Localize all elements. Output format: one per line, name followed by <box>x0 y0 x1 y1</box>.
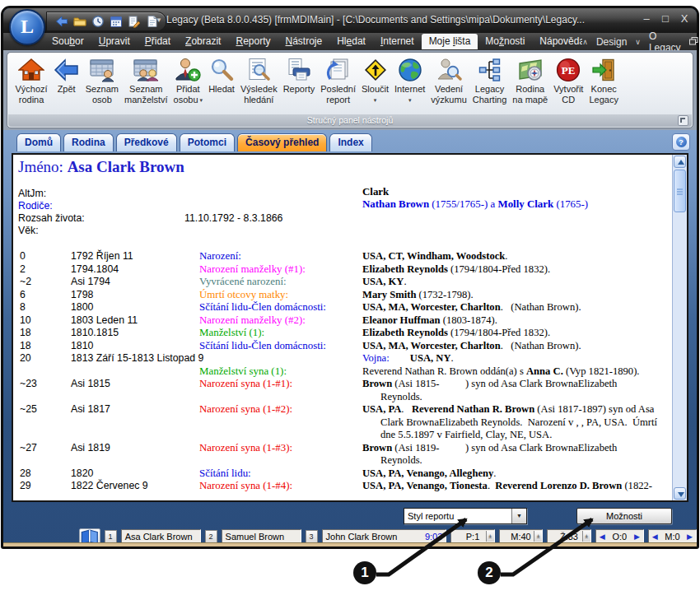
legacy-charting-button[interactable]: LegacyCharting <box>469 55 510 105</box>
maximize-button[interactable]: □ <box>660 12 671 25</box>
menu-item-internet[interactable]: Internet <box>373 34 422 49</box>
tab-predkove[interactable]: Předkové <box>116 133 177 151</box>
scroll-down-button[interactable] <box>674 487 686 500</box>
toolbar-button-label: hledání <box>244 95 273 105</box>
exit-legacy-button[interactable]: KonecLegacy <box>586 55 621 105</box>
minimize-button[interactable]: – <box>641 12 652 25</box>
menu-item-zobrazit[interactable]: Zobrazit <box>178 34 228 49</box>
research-icon[interactable] <box>128 15 141 28</box>
research-guidance-button[interactable]: Vedenívýzkumu <box>428 55 469 105</box>
row-details: USA, PA. Reverend Nathan R. Brown (Asi 1… <box>362 403 672 442</box>
reports-button[interactable]: Reporty <box>280 55 318 95</box>
tab-rodina[interactable]: Rodina <box>63 133 114 151</box>
menu-items: SouborUpravitPřidatZobrazitReportyNástro… <box>44 34 582 49</box>
menu-item-moznosti[interactable]: Možnosti <box>478 34 532 49</box>
person-slot-name: Samuel Brown <box>226 531 285 543</box>
marriage-list-button[interactable]: Seznammanželství <box>122 55 171 105</box>
search-icon <box>208 56 235 84</box>
family-map-button[interactable]: Rodinana mapě <box>510 55 551 105</box>
search-button[interactable]: Hledat <box>206 55 238 95</box>
options-button[interactable]: Možnosti <box>576 508 672 524</box>
restore-window-icon[interactable] <box>689 36 698 48</box>
menu-item-moje-lista[interactable]: Moje lišta <box>422 34 478 49</box>
calendar-icon[interactable] <box>110 15 123 28</box>
chevron-down-icon[interactable]: ∨ <box>635 38 641 46</box>
reports-icon <box>286 56 312 84</box>
marriage-list-icon <box>133 56 159 84</box>
last-report-button[interactable]: Posledníreport <box>318 55 359 105</box>
create-cd-button[interactable]: PEVytvořitCD <box>551 55 586 105</box>
menu-item-upravit[interactable]: Upravit <box>91 34 138 49</box>
timeline-rows: 01792 Říjen 11Narození:USA, CT, Windham,… <box>13 250 672 493</box>
back-button[interactable]: Zpět <box>50 55 82 95</box>
toolbar-button-label: Přidat <box>176 84 200 95</box>
nav-left-icon[interactable]: ◀ <box>652 531 658 543</box>
scrollbar-thumb[interactable] <box>674 170 686 212</box>
charting-icon <box>477 56 503 84</box>
timeline-row: 101803 Leden 11Narození manželky (#2):El… <box>13 314 672 328</box>
timeline-row: 281820Sčítání lidu:USA, PA, Venango, All… <box>13 467 672 481</box>
close-button[interactable]: X <box>679 12 690 25</box>
menu-item-hledat[interactable]: Hledat <box>329 34 373 49</box>
scroll-up-button[interactable] <box>674 156 686 168</box>
tab-domu[interactable]: Domů <box>16 133 61 151</box>
toolbar-button-label: rodina <box>19 95 44 105</box>
menu-design[interactable]: Design <box>596 36 627 48</box>
counter-spinner-button[interactable]: ± <box>582 531 590 542</box>
row-details: Eleanor Huffman (1803-1874). <box>362 314 672 328</box>
default-family-button[interactable]: Výchozírodina <box>12 55 50 105</box>
row-age: 28 <box>20 467 31 481</box>
back-icon[interactable] <box>55 15 68 28</box>
row-event-label: Narození: <box>199 250 241 263</box>
toolbar-button-label: Legacy <box>475 84 504 95</box>
counter-spinner-button[interactable]: ± <box>486 531 494 542</box>
map-icon <box>517 56 544 84</box>
tab-index[interactable]: Index <box>329 133 371 151</box>
combo-dropdown-icon[interactable]: ▼ <box>511 509 526 523</box>
dialog-launcher-icon[interactable] <box>678 115 688 126</box>
toolbar-button-label: Seznam <box>129 84 162 95</box>
nav-right-icon[interactable]: ▶ <box>687 531 693 543</box>
menu-item-nastroje[interactable]: Nástroje <box>278 34 330 49</box>
menu-item-pridat[interactable]: Přidat <box>138 34 178 49</box>
tab-potomci[interactable]: Potomci <box>180 133 235 151</box>
row-event-label: Vyvrácené narození: <box>199 276 287 289</box>
row-age: ~25 <box>20 403 37 416</box>
folder-icon[interactable] <box>73 15 86 28</box>
row-details: USA, MA, Worcester, Charlton. (Nathan Br… <box>362 340 672 353</box>
internet-button[interactable]: Internet ▾ <box>392 55 428 106</box>
quick-access-caret-icon[interactable]: ▼ <box>156 16 162 24</box>
person-title: Jméno: Asa Clark Brown <box>18 158 184 176</box>
counter-spinner-button[interactable]: ± <box>534 531 542 542</box>
cd-icon: PE <box>555 56 581 84</box>
timeline-row: 21794.1804Narození manželky (#1):Elizabe… <box>13 263 672 277</box>
timeline-row: 01792 Říjen 11Narození:USA, CT, Windham,… <box>13 250 672 263</box>
report-style-combobox[interactable]: Styl reportu ▼ <box>404 508 527 524</box>
help-button[interactable]: ? <box>672 133 690 151</box>
quick-access-toolbar <box>46 12 166 31</box>
legacy-app-window: L ▼ Legacy (Beta 8.0.0.435) [frmMDIMain]… <box>1 6 699 549</box>
search-results-button[interactable]: Výsledekhledání <box>238 55 281 105</box>
vertical-scrollbar[interactable] <box>672 155 687 500</box>
nav-right-icon[interactable]: ▶ <box>634 531 640 543</box>
nav-left-icon[interactable]: ◀ <box>600 531 605 543</box>
person-slot-number: 2 <box>205 530 217 543</box>
add-person-button[interactable]: Přidatosobu ▾ <box>170 55 205 106</box>
callout-1-marker: 1 <box>353 561 376 584</box>
home-icon <box>18 56 44 84</box>
merge-button[interactable]: Sloučit ▾ <box>359 55 392 106</box>
chevron-up-icon[interactable]: ∧ <box>582 38 588 46</box>
person-list-button[interactable]: Seznamosob <box>82 55 121 105</box>
row-date: 1803 Leden 11 <box>71 314 138 328</box>
menu-item-napoveda[interactable]: Nápověda <box>532 34 582 49</box>
timeline-row: ~27Asi 1819Narození syna (1-#3):Brown (A… <box>13 442 672 467</box>
parents-links[interactable]: Nathan Brown (1755/1765-) a Molly Clark … <box>362 198 588 211</box>
menu-item-soubor[interactable]: Soubor <box>44 34 91 49</box>
title-bar: L ▼ Legacy (Beta 8.0.0.435) [frmMDIMain]… <box>3 8 697 33</box>
history-icon[interactable] <box>91 15 105 28</box>
row-event-label: Narození syna (1-#3): <box>199 442 292 455</box>
row-date: 1810 <box>71 340 93 353</box>
back-icon <box>54 56 80 84</box>
menu-item-reporty[interactable]: Reporty <box>228 34 278 49</box>
tab-casovy-prehled[interactable]: Časový přehled <box>237 133 327 151</box>
